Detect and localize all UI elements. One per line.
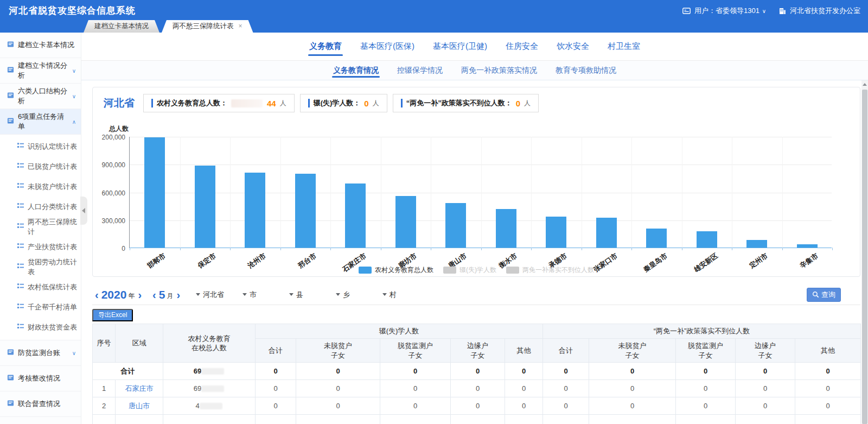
region-select-4[interactable]: 村 (382, 290, 416, 300)
dropdown-arrow-icon (336, 293, 340, 296)
export-excel-button[interactable]: 导出Excel (92, 309, 133, 321)
sub-tab-2[interactable]: 两免一补政策落实情况 (460, 61, 538, 80)
search-icon (812, 291, 819, 298)
sub-tab-3[interactable]: 教育专项救助情况 (554, 61, 617, 80)
prev-year-arrow-icon[interactable]: ‹ (92, 289, 101, 300)
row-index-cell: 2 (93, 397, 116, 415)
sidebar-item-label: 建档立卡情况分析 (18, 61, 68, 80)
subcolumn-header-0-1: 未脱贫户 子女 (296, 339, 380, 363)
sidebar-item-6[interactable]: 联合督查情况 (0, 391, 81, 417)
region-link[interactable]: 唐山市 (129, 402, 150, 410)
search-button[interactable]: 查询 (807, 288, 841, 302)
zero-cell: 0 (543, 363, 589, 380)
sidebar-item-4[interactable]: 防贫监测台账∨ (0, 340, 81, 366)
sidebar-subitem-2[interactable]: 未脱贫户统计表 (0, 176, 81, 197)
scroll-up-icon (863, 83, 867, 86)
menu-card-icon (7, 349, 14, 357)
subcolumn-header-0-4: 其他 (505, 339, 543, 363)
sidebar-subitem-6[interactable]: 贫困劳动力统计表 (0, 257, 81, 277)
sidebar-item-2[interactable]: 六类人口结构分析∨ (0, 84, 81, 109)
sidebar-subitem-4[interactable]: 两不愁三保障统计 (0, 217, 81, 237)
empty-cell (451, 415, 505, 424)
select-value: 村 (390, 290, 397, 300)
y-tick-label: 900,000 (93, 161, 125, 169)
x-axis-tick (582, 248, 582, 250)
sub-tab-1[interactable]: 控辍保学情况 (396, 61, 444, 80)
sidebar-subitem-7[interactable]: 农村低保统计表 (0, 277, 81, 297)
vertical-scrollbar[interactable] (861, 80, 868, 424)
year-unit: 年 (128, 292, 135, 301)
next-year-arrow-icon[interactable]: › (135, 289, 144, 300)
sidebar-item-3[interactable]: 6项重点任务清单∧ (0, 109, 81, 135)
sidebar-item-label: 防贫监测台账 (18, 348, 60, 358)
main-tab-1[interactable]: 基本医疗(医保) (359, 33, 416, 60)
year-value: 2020 (101, 288, 127, 301)
legend-item-0[interactable]: 农村义务教育总人数 (359, 265, 433, 275)
sidebar-subitem-3[interactable]: 人口分类统计表 (0, 197, 81, 217)
sidebar-subitem-1[interactable]: 已脱贫户统计表 (0, 156, 81, 176)
empty-cell (296, 415, 380, 424)
dropdown-arrow-icon (382, 293, 387, 296)
x-gridline (732, 137, 732, 248)
list-icon (17, 182, 24, 191)
window-tab-1[interactable]: 两不愁三保障统计表× (162, 20, 253, 33)
main-tab-2[interactable]: 基本医疗(卫健) (432, 33, 488, 60)
zero-cell: 0 (296, 363, 380, 380)
menu-card-icon (7, 92, 14, 100)
summary-stats-row: 河北省 农村义务教育总人数：44人辍(失)学人数：0人“两免一补”政策落实不到位… (100, 94, 544, 112)
zero-cell: 0 (451, 397, 505, 415)
region-select-2[interactable]: 县 (289, 290, 323, 300)
zero-cell: 0 (451, 363, 505, 380)
column-header-0: 序号 (93, 324, 116, 363)
value-total-cell: 69 (163, 380, 256, 397)
sub-tab-0[interactable]: 义务教育情况 (332, 61, 380, 80)
next-month-arrow-icon[interactable]: › (174, 289, 183, 300)
sidebar-item-1[interactable]: 建档立卡情况分析∨ (0, 58, 81, 84)
region-select-1[interactable]: 市 (242, 290, 276, 300)
stat-label: “两免一补”政策落实不到位人数： (406, 98, 512, 108)
region-select-3[interactable]: 乡 (336, 290, 369, 300)
list-icon (17, 323, 24, 331)
window-tab-label: 两不愁三保障统计表 (173, 22, 234, 30)
legend-swatch (443, 267, 456, 274)
sidebar-subitem-label: 千企帮千村清单 (28, 302, 77, 312)
y-tick-label: 200,000 (93, 134, 125, 141)
sidebar-subitem-9[interactable]: 财政扶贫资金表 (0, 317, 81, 337)
x-gridline (431, 137, 431, 248)
chart-bar (797, 244, 818, 248)
list-icon (17, 283, 24, 291)
x-gridline (582, 137, 582, 248)
main-tab-5[interactable]: 村卫生室 (607, 33, 641, 60)
organization-label: 河北省扶贫开发办公室 (790, 6, 860, 16)
user-card-icon (682, 8, 691, 14)
scroll-up-button[interactable] (861, 80, 868, 88)
user-label[interactable]: 用户：省委领导1301 ∨ (694, 6, 766, 16)
menu-card-icon (7, 374, 14, 383)
main-tab-4[interactable]: 饮水安全 (556, 33, 590, 60)
sidebar-subitem-5[interactable]: 产业扶贫统计表 (0, 237, 81, 257)
sidebar-item-5[interactable]: 考核整改情况 (0, 366, 81, 391)
prev-month-arrow-icon[interactable]: ‹ (150, 289, 159, 300)
legend-item-1[interactable]: 辍(失)学人数 (443, 265, 496, 275)
stat-value: 44 (267, 99, 276, 108)
region-link[interactable]: 石家庄市 (125, 384, 154, 393)
table-row-partial (93, 415, 861, 424)
sidebar-collapse-handle[interactable] (80, 197, 87, 225)
close-icon[interactable]: × (239, 22, 242, 30)
sidebar-item-0[interactable]: 建档立卡基本情况 (0, 33, 81, 58)
main-tab-0[interactable]: 义务教育 (308, 33, 343, 60)
region-select-0[interactable]: 河北省 (196, 290, 229, 300)
sidebar-subitem-label: 人口分类统计表 (28, 202, 77, 212)
main-tab-3[interactable]: 住房安全 (505, 33, 539, 60)
menu-card-icon (7, 400, 14, 408)
zero-cell: 0 (676, 363, 736, 380)
user-chevron-down-icon[interactable]: ∨ (761, 8, 766, 14)
user-area: 用户：省委领导1301 ∨ 河北省扶贫开发办公室 (682, 6, 860, 16)
sidebar-subitem-8[interactable]: 千企帮千村清单 (0, 297, 81, 317)
window-tab-0[interactable]: 建档立卡基本情况 (84, 20, 159, 33)
scrollbar-thumb[interactable] (862, 90, 867, 424)
sidebar-subitem-0[interactable]: 识别认定统计表 (0, 136, 81, 156)
stat-box-1: 辍(失)学人数：0人 (300, 94, 387, 112)
legend-item-2[interactable]: 两免一补落实不到位人数 (506, 265, 594, 275)
list-icon (17, 142, 24, 150)
